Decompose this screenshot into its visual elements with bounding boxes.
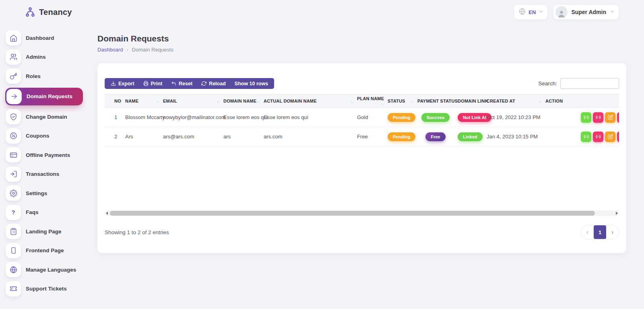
sidebar-item-label: Admins xyxy=(26,54,46,60)
sort-icon: ↑↓ xyxy=(217,100,219,104)
scroll-right-arrow-icon[interactable] xyxy=(616,212,618,215)
column-header-payment-status: PAYMENT STATUS xyxy=(415,95,456,108)
cell-created-at: Oct 19, 2022 10:23 PM xyxy=(485,108,543,127)
reload-button[interactable]: Reload xyxy=(197,78,230,89)
sidebar-item-landing-page[interactable]: Landing Page xyxy=(6,224,97,239)
sidebar-item-change-domain[interactable]: Change Domain xyxy=(6,109,97,124)
pagination-page-1[interactable]: 1 xyxy=(594,225,606,239)
pagination-next-button[interactable]: › xyxy=(606,225,619,239)
scroll-left-arrow-icon[interactable] xyxy=(106,212,108,215)
entries-info: Showing 1 to 2 of 2 entries xyxy=(105,229,169,235)
page-icon xyxy=(6,243,21,258)
sidebar-item-label: Dashboard xyxy=(26,35,54,41)
search-label: Search: xyxy=(538,80,557,87)
column-header-email[interactable]: EMAIL↑↓ xyxy=(161,95,221,108)
column-header-name[interactable]: NAME↑↓ xyxy=(123,95,161,108)
user-menu[interactable]: Super Admin xyxy=(553,4,619,20)
table-row: 2 Ars ars@ars.com ars ars.com Free Pendi… xyxy=(105,127,619,146)
cell-domain-name: ars xyxy=(221,127,262,146)
globe-icon xyxy=(519,8,526,16)
sidebar-item-dashboard[interactable]: Dashboard xyxy=(6,30,97,45)
column-header-status[interactable]: STATUS↑↓ xyxy=(386,95,415,108)
domain-link-badge: Linked xyxy=(458,132,482,141)
broadcast-green-button[interactable] xyxy=(581,132,591,142)
edit-button[interactable] xyxy=(605,132,615,142)
table-footer: Showing 1 to 2 of 2 entries ‹ 1 › xyxy=(105,225,619,239)
edit-icon xyxy=(608,115,613,120)
domain-requests-table: NO NAME↑↓ EMAIL↑↓ DOMAIN NAME↑↓ ACTUAL D… xyxy=(105,94,619,146)
sidebar: Dashboard Admins Roles Domain Requests C… xyxy=(0,24,97,297)
column-header-domain-name[interactable]: DOMAIN NAME↑↓ xyxy=(221,95,262,108)
sort-icon: ↑↓ xyxy=(411,100,413,104)
cell-created-at: Jan 4, 2023 10:15 PM xyxy=(485,127,543,146)
delete-button[interactable] xyxy=(617,112,619,123)
main-content: Domain Requests Dashboard › Domain Reque… xyxy=(97,24,644,297)
cell-domain-name: Esse lorem eos qui xyxy=(221,108,262,127)
status-badge: Pending xyxy=(388,113,415,122)
sidebar-item-manage-languages[interactable]: Manage Languages xyxy=(6,262,97,277)
cell-action xyxy=(543,108,619,127)
sidebar-item-transactions[interactable]: Transactions xyxy=(6,167,97,182)
cell-actual-domain-name: ars.com xyxy=(262,127,355,146)
cell-action xyxy=(543,127,619,146)
sidebar-item-faqs[interactable]: ? Faqs xyxy=(6,205,97,220)
sidebar-item-label: Support Tickets xyxy=(26,286,67,292)
edit-button[interactable] xyxy=(605,112,615,123)
print-button[interactable]: Print xyxy=(139,78,167,89)
sort-icon: ↑↓ xyxy=(381,102,384,106)
sidebar-item-settings[interactable]: Settings xyxy=(6,185,97,201)
cell-name: Ars xyxy=(123,127,161,146)
column-header-created-at[interactable]: CREATED AT↑↓ xyxy=(485,95,543,108)
breadcrumb: Dashboard › Domain Requests xyxy=(97,47,626,53)
undo-icon xyxy=(171,81,176,86)
broadcast-icon xyxy=(596,115,601,120)
sidebar-item-frontend-page[interactable]: Frontend Page xyxy=(6,243,97,258)
sidebar-item-domain-requests[interactable]: Domain Requests xyxy=(5,88,83,105)
user-name: Super Admin xyxy=(571,9,606,15)
sidebar-item-admins[interactable]: Admins xyxy=(6,49,97,65)
chevron-down-icon xyxy=(610,8,615,16)
sidebar-item-roles[interactable]: Roles xyxy=(6,68,97,84)
sidebar-item-label: Frontend Page xyxy=(26,247,64,253)
sidebar-item-support-tickets[interactable]: Support Tickets xyxy=(6,281,97,297)
column-header-plan-name[interactable]: PLAN NAME↑↓ xyxy=(355,95,386,108)
credit-card-icon xyxy=(6,147,21,163)
gear-icon xyxy=(6,185,21,201)
domain-requests-card: Export Print Reset Reload xyxy=(97,63,626,253)
language-selector[interactable]: EN xyxy=(514,4,548,20)
horizontal-scrollbar[interactable] xyxy=(105,210,619,216)
broadcast-icon xyxy=(584,134,589,139)
column-header-action: ACTION xyxy=(543,95,619,108)
sidebar-item-label: Change Domain xyxy=(26,114,67,120)
scrollbar-thumb[interactable] xyxy=(110,211,595,216)
broadcast-green-button[interactable] xyxy=(581,112,591,123)
pagination: ‹ 1 › xyxy=(581,225,619,239)
key-icon xyxy=(6,68,21,84)
cell-plan-name: Gold xyxy=(355,108,386,127)
reset-button[interactable]: Reset xyxy=(167,78,197,89)
sidebar-item-offline-payments[interactable]: Offline Payments xyxy=(6,147,97,163)
sidebar-item-coupons[interactable]: Coupons xyxy=(6,128,97,144)
breadcrumb-dashboard-link[interactable]: Dashboard xyxy=(97,47,123,53)
search-area: Search: xyxy=(538,78,619,89)
refresh-icon xyxy=(201,81,206,86)
arrow-right-icon xyxy=(6,89,22,104)
brand-logo[interactable]: Tenancy xyxy=(25,7,72,17)
chevron-down-icon xyxy=(539,8,543,16)
column-header-actual-domain-name[interactable]: ACTUAL DOMAIN NAME↑↓ xyxy=(262,95,355,108)
broadcast-pink-button[interactable] xyxy=(593,132,603,142)
delete-button[interactable] xyxy=(617,132,619,142)
shield-check-icon xyxy=(6,109,21,124)
pagination-prev-button[interactable]: ‹ xyxy=(581,225,594,239)
export-button[interactable]: Export xyxy=(106,78,139,89)
show-rows-button[interactable]: Show 10 rows xyxy=(230,78,272,89)
table-row: 1 Blossom Mccarty nowybylor@mailinator.c… xyxy=(105,108,619,127)
ticket-icon xyxy=(6,281,21,297)
brand-name: Tenancy xyxy=(39,8,72,17)
cell-payment-status: Free xyxy=(415,127,456,146)
row-actions xyxy=(581,112,619,123)
cell-status: Pending xyxy=(386,108,415,127)
broadcast-pink-button[interactable] xyxy=(593,112,603,123)
search-input[interactable] xyxy=(560,78,619,89)
users-icon xyxy=(6,49,21,65)
